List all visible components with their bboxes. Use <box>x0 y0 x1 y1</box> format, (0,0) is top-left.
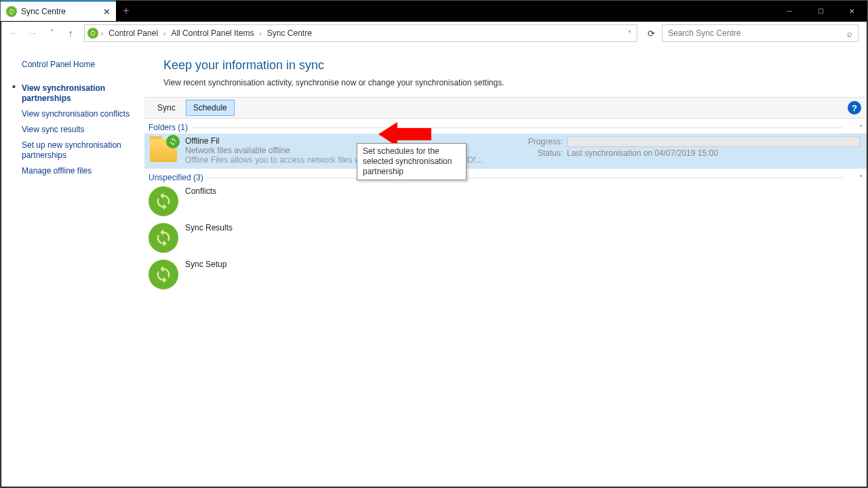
offline-files-folder-icon <box>149 136 178 163</box>
up-button[interactable]: ↑ <box>62 25 79 41</box>
close-tab-icon[interactable]: ✕ <box>103 7 111 17</box>
group-folders[interactable]: Folders (1) ˄ <box>144 119 867 134</box>
collapse-icon[interactable]: ˄ <box>859 124 863 131</box>
recent-locations-button[interactable]: ˅ <box>43 25 60 41</box>
sidebar-setup-new[interactable]: Set up new synchronisation partnerships <box>9 138 135 163</box>
search-input[interactable]: Search Sync Centre ⌕ <box>662 24 859 42</box>
sync-button[interactable]: Sync <box>150 100 183 116</box>
chevron-right-icon[interactable]: › <box>163 30 165 37</box>
forward-button[interactable]: → <box>24 25 41 41</box>
chevron-right-icon[interactable]: › <box>101 30 103 37</box>
sync-icon <box>149 223 178 253</box>
group-folders-label: Folders (1) <box>149 123 188 132</box>
minimize-button[interactable]: ─ <box>774 1 805 21</box>
breadcrumb-sync-centre[interactable]: Sync Centre <box>264 28 315 38</box>
item-sync-results[interactable]: Sync Results <box>144 220 867 257</box>
maximize-button[interactable]: ☐ <box>805 1 836 21</box>
sidebar: Control Panel Home View synchronisation … <box>1 45 140 487</box>
item-title: Offline Fil <box>185 136 521 146</box>
schedule-button[interactable]: Schedule <box>186 100 235 116</box>
item-subtitle: Network files available offline <box>185 146 521 155</box>
main-panel: Keep your information in sync View recen… <box>140 45 867 487</box>
item-title: Conflicts <box>185 186 860 196</box>
schedule-tooltip: Set schedules for the selected synchroni… <box>357 143 467 180</box>
sidebar-control-panel-home[interactable]: Control Panel Home <box>9 57 135 73</box>
status-value: Last synchronisation on 04/07/2019 15:00 <box>567 148 718 158</box>
item-conflicts[interactable]: Conflicts <box>144 184 867 220</box>
location-icon <box>87 28 98 39</box>
back-button[interactable]: ← <box>5 25 22 41</box>
item-title: Sync Results <box>185 223 860 232</box>
refresh-button[interactable]: ⟳ <box>643 25 659 41</box>
sync-centre-icon <box>6 6 17 17</box>
group-unspecified-label: Unspecified (3) <box>149 173 203 182</box>
toolbar: Sync Schedule ? <box>144 97 867 119</box>
breadcrumb-control-panel[interactable]: Control Panel <box>106 28 161 38</box>
close-window-button[interactable]: ✕ <box>836 1 867 21</box>
address-bar[interactable]: › Control Panel › All Control Panel Item… <box>84 24 637 42</box>
collapse-icon[interactable]: ˄ <box>859 174 863 182</box>
item-sync-setup[interactable]: Sync Setup <box>144 257 867 293</box>
title-bar: Sync Centre ✕ + ─ ☐ ✕ <box>1 1 867 21</box>
window-tab[interactable]: Sync Centre ✕ <box>1 1 116 21</box>
item-offline-files[interactable]: Offline Fil Network files available offl… <box>144 134 867 169</box>
status-label: Status: <box>528 148 563 158</box>
sync-icon <box>149 260 178 289</box>
sidebar-view-results[interactable]: View sync results <box>9 122 135 138</box>
item-title: Sync Setup <box>185 260 860 269</box>
sidebar-view-conflicts[interactable]: View synchronisation conflicts <box>9 106 135 122</box>
chevron-right-icon[interactable]: › <box>259 30 261 37</box>
search-icon: ⌕ <box>847 28 852 39</box>
breadcrumb-all-items[interactable]: All Control Panel Items <box>168 28 256 38</box>
window-controls: ─ ☐ ✕ <box>774 1 867 21</box>
page-subtitle: View recent synchronisation activity, sy… <box>144 78 867 97</box>
progress-label: Progress: <box>528 137 563 146</box>
search-placeholder: Search Sync Centre <box>668 28 741 38</box>
tab-title: Sync Centre <box>21 7 66 16</box>
group-unspecified[interactable]: Unspecified (3) ˄ <box>144 169 867 184</box>
address-dropdown-icon[interactable]: ˅ <box>625 30 634 37</box>
page-title: Keep your information in sync <box>144 45 867 78</box>
help-icon[interactable]: ? <box>848 101 861 115</box>
progress-bar <box>567 136 860 147</box>
sidebar-manage-offline[interactable]: Manage offline files <box>9 163 135 179</box>
sidebar-view-partnerships[interactable]: View synchronisation partnerships <box>9 81 135 106</box>
new-tab-button[interactable]: + <box>116 1 136 21</box>
sync-icon <box>149 186 178 216</box>
nav-bar: ← → ˅ ↑ › Control Panel › All Control Pa… <box>1 22 867 45</box>
